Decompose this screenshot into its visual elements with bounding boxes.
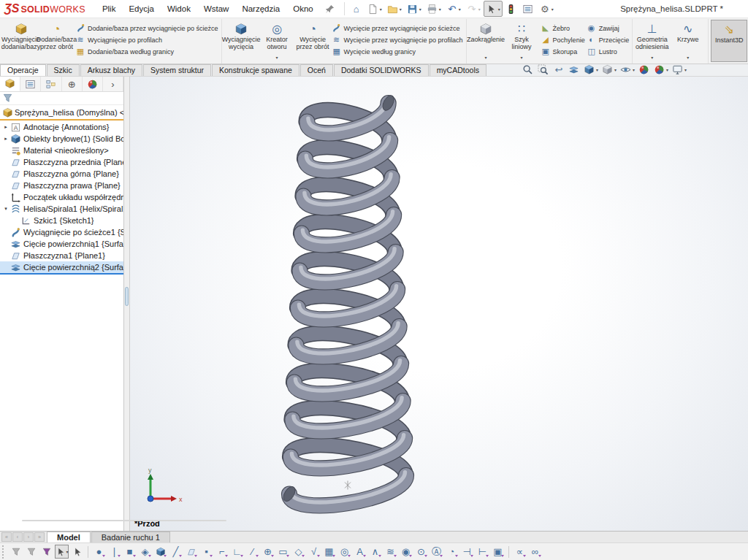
tree-item-front-plane[interactable]: Płaszczyzna przednia {Plane} bbox=[0, 156, 123, 168]
tree-item-annotations[interactable]: ▸AAdnotacje {Annotations} bbox=[0, 121, 123, 133]
menu-okno[interactable]: Okno bbox=[286, 4, 320, 13]
intersect-button[interactable]: ◐Przecięcie bbox=[587, 35, 630, 45]
revolved-cut-button[interactable]: ◔Wycięcie przez obrót bbox=[296, 20, 330, 62]
boundary-boss-base-button[interactable]: ▦Dodanie/baza według granicy bbox=[75, 47, 218, 56]
revolved-boss-base-button[interactable]: ◔Dodanie/baza przez obrót bbox=[39, 20, 74, 62]
open-document-dropdown-caret[interactable]: ▾ bbox=[400, 7, 402, 12]
filter-connection-points-right-button[interactable]: ⊢ bbox=[476, 545, 489, 559]
tree-item-origin[interactable]: Początek układu współrzędnych { bbox=[0, 191, 123, 203]
settings-dropdown-caret[interactable]: ▾ bbox=[552, 7, 554, 12]
select-arrow-dropdown-caret[interactable]: ▾ bbox=[66, 549, 69, 554]
model-tab[interactable]: Model bbox=[47, 532, 91, 542]
new-document-button[interactable]: ▾ bbox=[365, 1, 384, 17]
filter-weld-beads-button[interactable]: ≋ bbox=[383, 545, 397, 559]
filter-connection-points-left-button[interactable]: ⊣ bbox=[460, 545, 474, 559]
draft-button[interactable]: ◢Pochylenie bbox=[541, 35, 585, 45]
splitter-handle[interactable] bbox=[125, 287, 129, 306]
tab-mycadtools[interactable]: myCADtools bbox=[430, 64, 486, 76]
print-button[interactable]: ▾ bbox=[424, 1, 443, 17]
tree-item-sketch1[interactable]: Szkic1 {Sketch1} bbox=[0, 215, 123, 226]
save-dropdown-caret[interactable]: ▾ bbox=[419, 7, 421, 12]
linear-pattern-dropdown-caret[interactable]: ▾ bbox=[521, 55, 523, 62]
filter-pie-button[interactable]: ◔ bbox=[445, 545, 459, 559]
filter-dimension-lines-button[interactable]: ▭ bbox=[276, 545, 290, 559]
freeze-bar[interactable] bbox=[0, 119, 123, 120]
filter-bolts-button[interactable]: ⊙ bbox=[414, 545, 428, 559]
rib-button[interactable]: ◣Żebro bbox=[541, 23, 585, 33]
featuremanager-tree-tab[interactable] bbox=[0, 77, 20, 91]
menu-edycja[interactable]: Edycja bbox=[122, 4, 161, 13]
tab-dodatki-solidworks[interactable]: Dodatki SOLIDWORKS bbox=[334, 64, 429, 76]
reference-geometry-dropdown-caret[interactable]: ▾ bbox=[651, 55, 653, 62]
filter-surface-finish-symbols-button[interactable]: √ bbox=[307, 545, 321, 559]
filter-points-button[interactable]: ▪ bbox=[199, 545, 213, 559]
filter-hatches-button[interactable]: ◇ bbox=[291, 545, 305, 559]
menu-widok[interactable]: Widok bbox=[161, 4, 197, 13]
filter-sketch-segments-button[interactable]: ∕ bbox=[245, 545, 259, 559]
filter-solid-bodies-button[interactable] bbox=[153, 545, 167, 559]
motion-study-tab[interactable]: Badanie ruchu 1 bbox=[91, 532, 170, 542]
curves-button[interactable]: ∿Krzywe▾ bbox=[671, 20, 705, 62]
tab-nav-3[interactable]: » bbox=[34, 532, 45, 542]
view-orientation-dropdown-caret[interactable]: ▾ bbox=[596, 67, 598, 72]
filter-all-button[interactable] bbox=[39, 545, 53, 559]
tree-root-item[interactable]: Sprężyna_helisa (Domyślna) <<Domyś bbox=[0, 107, 123, 118]
rebuild-button[interactable] bbox=[503, 1, 519, 17]
annotations-expander[interactable]: ▸ bbox=[2, 124, 9, 130]
zoom-to-area-button[interactable] bbox=[538, 64, 549, 75]
edit-appearance-button[interactable] bbox=[638, 64, 650, 75]
filter-toggle-button[interactable] bbox=[24, 545, 38, 559]
tab-nav-0[interactable]: « bbox=[1, 532, 12, 542]
tab-operacje[interactable]: Operacje bbox=[0, 64, 46, 76]
filter-magnified-views-button[interactable]: ◎ bbox=[337, 545, 351, 559]
undo-button[interactable]: ↶▾ bbox=[444, 1, 463, 17]
tree-item-surface-cut1[interactable]: Cięcie powierzchnią1 {SurfaceCut bbox=[0, 238, 123, 250]
filter-balloons-button[interactable]: ◉ bbox=[399, 545, 413, 559]
filter-axes-button[interactable]: ╱ bbox=[169, 545, 183, 559]
tree-item-material[interactable]: Materiał <nieokreślony> bbox=[0, 145, 123, 156]
lasso-select-button[interactable] bbox=[70, 545, 84, 559]
tab-oce-[interactable]: Oceń bbox=[300, 64, 333, 76]
panel-expand[interactable]: › bbox=[103, 77, 123, 91]
display-style-dropdown-caret[interactable]: ▾ bbox=[614, 67, 617, 72]
menu-wstaw[interactable]: Wstaw bbox=[197, 4, 236, 13]
tree-item-right-plane[interactable]: Płaszczyzna prawa {Plane} bbox=[0, 180, 123, 191]
tree-item-helix-spiral1[interactable]: ▾Helisa/Spirala1 {Helix/Spiral1} bbox=[0, 203, 123, 215]
apply-scene-button[interactable]: ▾ bbox=[654, 64, 668, 75]
solid-bodies-expander[interactable]: ▸ bbox=[2, 136, 9, 142]
hole-wizard-button[interactable]: ◎Kreator otworu▾ bbox=[260, 20, 294, 62]
tree-item-sweep1[interactable]: Wyciągnięcie po ścieżce1 {Sweep1 bbox=[0, 226, 123, 238]
select-arrow-button[interactable]: ▾ bbox=[55, 545, 69, 559]
linear-pattern-button[interactable]: ∷Szyk liniowy▾ bbox=[505, 20, 539, 62]
undo-dropdown-caret[interactable]: ▾ bbox=[459, 7, 461, 12]
filter-annotations-button[interactable]: Ⓐ bbox=[430, 545, 443, 559]
configurationmanager-tab[interactable] bbox=[41, 77, 61, 91]
dimxpertmanager-tab[interactable]: ⊕ bbox=[62, 77, 83, 91]
wrap-button[interactable]: ◉Zawijaj bbox=[587, 23, 630, 33]
helix-spiral1-expander[interactable]: ▾ bbox=[2, 206, 9, 212]
lofted-cut-button[interactable]: ≋Wycięcie przez wyciągnięcie po profilac… bbox=[332, 35, 463, 45]
extruded-boss-base-button[interactable]: Wyciągnięcie dodania/bazy bbox=[4, 20, 38, 62]
toolbar-grip[interactable] bbox=[2, 545, 5, 559]
swept-boss-base-button[interactable]: Dodanie/baza przez wyciągnięcie po ścież… bbox=[75, 23, 218, 33]
reference-geometry-button[interactable]: ⊥Geometria odniesienia▾ bbox=[635, 20, 669, 62]
tab-nav-2[interactable]: › bbox=[23, 532, 34, 542]
save-button[interactable]: ▾ bbox=[405, 1, 424, 17]
print-dropdown-caret[interactable]: ▾ bbox=[439, 7, 441, 12]
tab-nav-1[interactable]: ‹ bbox=[12, 532, 23, 542]
section-view-button[interactable] bbox=[568, 64, 580, 75]
shell-button[interactable]: ▣Skorupa bbox=[541, 47, 585, 56]
lofted-boss-base-button[interactable]: ≋Wyciągnięcie po profilach bbox=[75, 35, 218, 45]
filter-inactive-button[interactable] bbox=[9, 545, 23, 559]
hide-show-items-button[interactable]: ▾ bbox=[620, 64, 635, 75]
filter-sketch-chains-button[interactable]: ∟ bbox=[230, 545, 244, 559]
tree-item-surface-cut2[interactable]: Cięcie powierzchnią2 {SurfaceCut bbox=[0, 261, 123, 273]
filter-dimensions-button[interactable]: ▦ bbox=[322, 545, 336, 559]
open-document-button[interactable]: ▾ bbox=[385, 1, 404, 17]
select-tool-dropdown-caret[interactable]: ▾ bbox=[498, 7, 500, 12]
tab-konstrukcje-spawane[interactable]: Konstrukcje spawane bbox=[212, 64, 299, 76]
filter-sketch-contours-button[interactable]: ⌐ bbox=[215, 545, 229, 559]
settings-button[interactable]: ⚙▾ bbox=[537, 1, 556, 17]
tree-item-solid-bodies[interactable]: ▸Obiekty bryłowe(1) {Solid Bodies} bbox=[0, 133, 123, 145]
zoom-to-fit-button[interactable] bbox=[522, 64, 534, 75]
